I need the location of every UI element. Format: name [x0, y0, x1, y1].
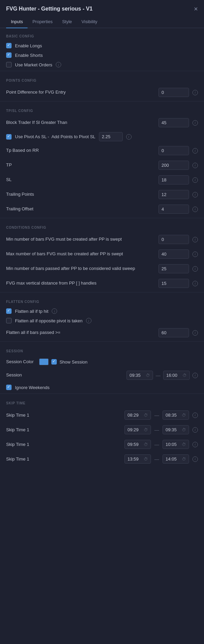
skip-time-3-end-field[interactable]: 10:05 ⏱ — [163, 440, 189, 449]
sl-row: SL i — [0, 173, 204, 187]
skip-time-3-start-value: 09:59 — [128, 442, 142, 447]
tab-properties[interactable]: Properties — [28, 16, 57, 28]
flatten-tp-label: Flatten all if tp hit — [15, 309, 48, 314]
window-title: FVG Hunter - Getting serious - V1 — [6, 6, 92, 12]
skip-time-1-label: Skip Time 1 — [6, 413, 121, 418]
min-bars-passed-info-icon[interactable]: i — [192, 266, 198, 272]
skip-time-2-dash: — — [154, 427, 159, 433]
pivot-points-input[interactable] — [99, 132, 123, 141]
skip-time-2-info-icon[interactable]: i — [192, 427, 198, 433]
session-color-picker[interactable] — [39, 358, 49, 365]
session-start-field[interactable]: 09:35 ⏱ — [126, 371, 153, 380]
trailing-points-row: Trailing Points i — [0, 187, 204, 202]
tp-rr-info-icon[interactable]: i — [192, 148, 198, 154]
flatten-bars-info-icon[interactable]: i — [192, 330, 198, 336]
skip-time-4-start-clock-icon: ⏱ — [144, 457, 148, 462]
min-bars-created-info-icon[interactable]: i — [192, 237, 198, 242]
trailing-offset-input[interactable] — [158, 205, 189, 214]
flatten-bars-row: Flatten all if bars passed >= i — [0, 325, 204, 340]
skip-time-3-end-clock-icon: ⏱ — [182, 442, 186, 447]
skip-time-3-end-value: 10:05 — [166, 442, 181, 447]
sl-input[interactable] — [158, 175, 189, 184]
skip-time-4-start-value: 13:59 — [128, 456, 142, 462]
tab-style[interactable]: Style — [57, 16, 77, 28]
skip-time-1-dash: — — [154, 413, 159, 418]
trailing-points-input[interactable] — [158, 190, 189, 199]
use-market-orders-label: Use Market Orders — [15, 62, 52, 67]
min-bars-passed-input[interactable] — [158, 264, 189, 273]
skip-time-4-start-field[interactable]: 13:59 ⏱ — [124, 454, 151, 464]
skip-time-1-end-field[interactable]: 08:35 ⏱ — [163, 410, 189, 420]
skip-time-3-start-field[interactable]: 09:59 ⏱ — [124, 440, 151, 449]
use-pivot-checkbox[interactable] — [6, 134, 12, 140]
max-bars-created-input[interactable] — [158, 249, 189, 259]
skip-time-4-end-field[interactable]: 14:05 ⏱ — [163, 454, 189, 464]
session-color-row: Session Color Show Session — [0, 356, 204, 368]
use-pivot-row: Use Pivot As SL - Add Points to Pivot SL… — [0, 130, 204, 143]
max-bars-created-info-icon[interactable]: i — [192, 252, 198, 257]
flatten-tp-checkbox[interactable] — [6, 308, 12, 314]
tp-input[interactable] — [158, 161, 189, 170]
tp-rr-row: Tp Based on RR i — [0, 143, 204, 158]
content-area: BASIC CONFIG Enable Longs Enable Shorts … — [0, 28, 204, 477]
skip-time-2-end-field[interactable]: 09:35 ⏱ — [163, 425, 189, 434]
fvg-max-distance-info-icon[interactable]: i — [192, 281, 198, 286]
skip-time-4-dash: — — [154, 456, 159, 462]
tp-info-icon[interactable]: i — [192, 163, 198, 168]
trailing-offset-info-icon[interactable]: i — [192, 207, 198, 212]
skip-time-4-label: Skip Time 1 — [6, 456, 121, 462]
min-bars-created-label: Min number of bars FVG must be created a… — [6, 236, 155, 242]
skip-time-3-info-icon[interactable]: i — [192, 442, 198, 447]
show-session-checkbox[interactable] — [51, 359, 57, 365]
tab-visibility[interactable]: Visibility — [77, 16, 102, 28]
session-end-field[interactable]: 16:00 ⏱ — [163, 371, 190, 380]
skip-time-2-start-clock-icon: ⏱ — [144, 428, 148, 432]
skip-time-3-start-clock-icon: ⏱ — [144, 442, 148, 447]
block-trader-row: Block Trader If Sl Greater Than i — [0, 115, 204, 130]
tab-inputs[interactable]: Inputs — [6, 16, 28, 28]
pivot-info-icon[interactable]: i — [126, 134, 132, 140]
skip-time-4-row: Skip Time 1 13:59 ⏱ — 14:05 ⏱ i — [0, 452, 204, 466]
enable-longs-label: Enable Longs — [15, 43, 42, 48]
skip-time-1-info-icon[interactable]: i — [192, 413, 198, 418]
use-market-orders-checkbox[interactable] — [6, 62, 12, 67]
skip-time-2-end-clock-icon: ⏱ — [182, 428, 186, 432]
skip-time-1-start-value: 08:29 — [128, 413, 142, 418]
section-skip-time: SKIP TIME — [0, 395, 204, 408]
session-end-clock-icon: ⏱ — [183, 373, 187, 378]
block-trader-info-icon[interactable]: i — [192, 120, 198, 126]
enable-shorts-row: Enable Shorts — [0, 50, 204, 60]
flatten-tp-info-icon[interactable]: i — [52, 308, 57, 314]
session-label: Session — [6, 372, 64, 378]
flatten-bars-label: Flatten all if bars passed >= — [6, 329, 155, 336]
ignore-weekends-label: Ignore Weekends — [15, 385, 50, 390]
skip-time-1-row: Skip Time 1 08:29 ⏱ — 08:35 ⏱ i — [0, 408, 204, 422]
ignore-weekends-checkbox[interactable] — [6, 385, 12, 390]
tab-bar: Inputs Properties Style Visibility — [0, 16, 204, 28]
block-trader-input[interactable] — [158, 118, 189, 127]
skip-time-1-start-field[interactable]: 08:29 ⏱ — [124, 410, 151, 420]
enable-longs-checkbox[interactable] — [6, 43, 12, 48]
flatten-opposite-info-icon[interactable]: i — [86, 318, 91, 323]
min-bars-created-input[interactable] — [158, 235, 189, 244]
session-time-row: Session 09:35 ⏱ — 16:00 ⏱ i — [0, 368, 204, 383]
flatten-bars-input[interactable] — [158, 328, 189, 337]
session-start-clock-icon: ⏱ — [146, 373, 150, 378]
skip-time-4-end-clock-icon: ⏱ — [182, 457, 186, 462]
close-button[interactable]: × — [194, 5, 198, 12]
session-info-icon[interactable]: i — [192, 373, 198, 378]
point-difference-info-icon[interactable]: i — [192, 90, 198, 95]
point-difference-input[interactable] — [158, 88, 189, 97]
flatten-opposite-checkbox[interactable] — [6, 318, 12, 323]
sl-info-icon[interactable]: i — [192, 177, 198, 183]
fvg-max-distance-input[interactable] — [158, 279, 189, 288]
skip-time-4-info-icon[interactable]: i — [192, 456, 198, 462]
max-bars-created-label: Max number of bars FVG must be created a… — [6, 251, 155, 257]
use-market-orders-info-icon[interactable]: i — [56, 62, 61, 67]
skip-time-2-start-field[interactable]: 09:29 ⏱ — [124, 425, 151, 434]
enable-shorts-checkbox[interactable] — [6, 52, 12, 58]
trailing-points-info-icon[interactable]: i — [192, 192, 198, 197]
tp-rr-input[interactable] — [158, 146, 189, 155]
skip-time-2-end-value: 09:35 — [166, 427, 181, 432]
min-bars-passed-label: Min number of bars passed after PP to be… — [6, 265, 155, 272]
